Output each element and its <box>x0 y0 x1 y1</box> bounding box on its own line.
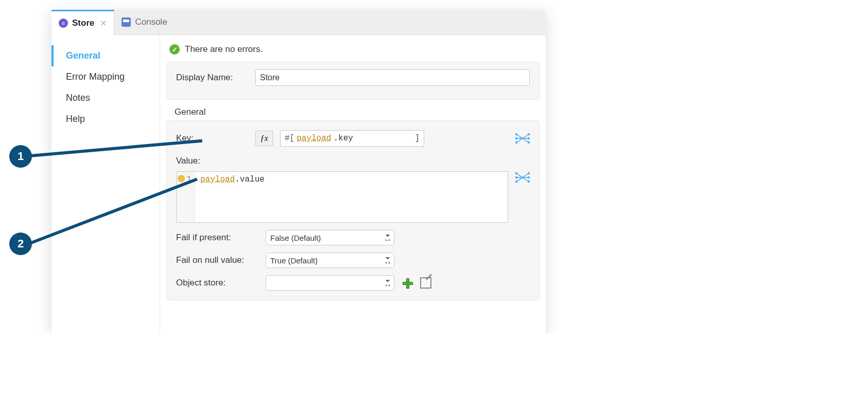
tab-console[interactable]: Console <box>114 10 174 34</box>
fx-button[interactable]: ƒx <box>255 131 273 146</box>
store-icon: ≡ <box>59 19 68 28</box>
fail-if-present-select[interactable]: False (Default) <box>266 230 394 245</box>
section-title: General <box>160 107 546 120</box>
sidebar-item-help[interactable]: Help <box>51 109 160 130</box>
callout-number: 2 <box>18 237 24 251</box>
status-message: There are no errors. <box>185 44 263 55</box>
key-row: Key: ƒx #[ payload.key ] <box>176 130 530 147</box>
expr-token-payload: payload <box>297 134 331 143</box>
expr-close-bracket: ] <box>414 134 420 143</box>
key-expression-input[interactable]: #[ payload.key ] <box>280 130 424 147</box>
status-row: ✓ There are no errors. <box>160 41 546 62</box>
sidebar-item-notes[interactable]: Notes <box>51 87 160 109</box>
callout-badge-1: 1 <box>9 145 32 168</box>
fail-on-null-row: Fail on null value: True (Default) <box>176 253 530 268</box>
sidebar-item-label: Help <box>66 114 85 124</box>
sidebar-item-label: General <box>66 50 100 61</box>
body: General Error Mapping Notes Help ✓ There… <box>51 35 546 333</box>
sidebar-item-general[interactable]: General <box>51 45 160 66</box>
tab-label: Console <box>135 17 167 27</box>
code-rest: .value <box>235 175 265 184</box>
fail-if-present-label: Fail if present: <box>176 233 258 243</box>
tabbar: ≡ Store ✕ Console <box>51 10 546 35</box>
general-panel: Key: ƒx #[ payload.key ] <box>166 120 540 300</box>
warning-icon <box>178 175 185 182</box>
object-store-row: Object store: <box>176 275 530 291</box>
sidebar-item-label: Notes <box>66 93 90 103</box>
add-icon[interactable] <box>402 277 413 289</box>
check-icon: ✓ <box>169 44 180 55</box>
display-name-label: Display Name: <box>176 73 248 83</box>
display-name-panel: Display Name: <box>166 62 540 100</box>
content: ✓ There are no errors. Display Name: Gen… <box>160 35 546 333</box>
sidebar: General Error Mapping Notes Help <box>51 35 160 333</box>
config-window: ≡ Store ✕ Console General Error Mapping … <box>51 10 546 333</box>
sidebar-item-label: Error Mapping <box>66 72 125 82</box>
dataweave-icon[interactable] <box>515 132 530 145</box>
sidebar-item-error-mapping[interactable]: Error Mapping <box>51 66 160 87</box>
dataweave-icon[interactable] <box>515 171 530 184</box>
close-icon[interactable]: ✕ <box>100 19 107 27</box>
callout-number: 1 <box>18 150 24 163</box>
object-store-label: Object store: <box>176 278 258 288</box>
tab-store[interactable]: ≡ Store ✕ <box>51 10 114 35</box>
expr-rest: .key <box>333 134 353 143</box>
fail-if-present-row: Fail if present: False (Default) <box>176 230 530 245</box>
value-row: Value: 1 payload.value <box>176 156 530 223</box>
expr-open-bracket: #[ <box>285 134 294 143</box>
value-label: Value: <box>176 156 200 166</box>
edit-icon[interactable] <box>420 277 431 289</box>
display-name-input[interactable] <box>255 69 530 86</box>
fail-on-null-select[interactable]: True (Default) <box>266 253 394 268</box>
callout-badge-2: 2 <box>9 233 32 255</box>
object-store-select[interactable] <box>266 275 394 291</box>
editor-code[interactable]: payload.value <box>195 172 270 222</box>
tab-label: Store <box>72 18 94 28</box>
code-token-payload: payload <box>200 175 235 184</box>
fail-on-null-label: Fail on null value: <box>176 255 258 265</box>
console-icon <box>121 17 131 27</box>
value-editor[interactable]: 1 payload.value <box>176 171 508 223</box>
